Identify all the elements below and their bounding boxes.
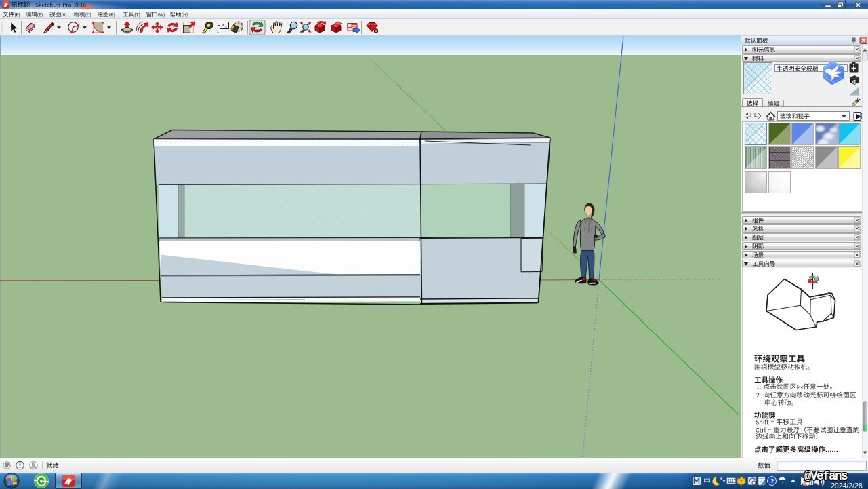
svg-text:?: ? [770,477,774,484]
